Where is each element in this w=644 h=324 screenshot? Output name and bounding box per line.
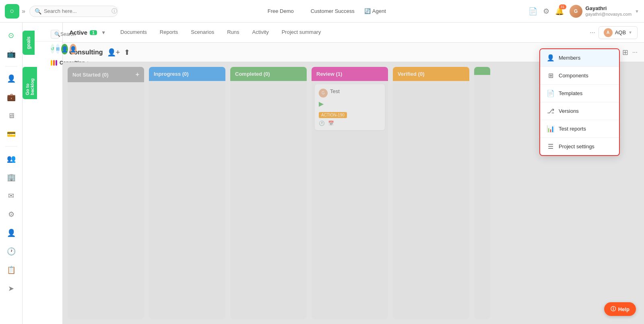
upload-icon[interactable]: ⬆ [124, 48, 130, 57]
filter-board-icon[interactable]: ⊞ [622, 48, 628, 57]
sidebar-item-home[interactable]: ⊙ [3, 27, 19, 44]
user-name: Gayathri [586, 5, 632, 12]
filter-btn[interactable]: ⊞ [56, 44, 60, 54]
free-demo-button[interactable]: Free Demo [260, 6, 301, 17]
user-avatar-filter[interactable]: 👤 [61, 44, 68, 54]
more-options-icon[interactable]: ··· [590, 29, 595, 36]
search-icon: 🔍 [35, 8, 41, 15]
menu-item-components[interactable]: ⊞ Components [540, 67, 619, 84]
sidebar-item-card[interactable]: 💳 [3, 126, 19, 142]
aqb-label: AQB [615, 29, 626, 35]
navbar-center: Free Demo Customer Success 🔄 Agent [118, 6, 528, 17]
search-input[interactable] [44, 8, 108, 14]
search-bar[interactable]: 🔍 ⓘ [29, 6, 118, 17]
board-more-icon[interactable]: ··· [632, 49, 638, 56]
settings-icon[interactable]: ⚙ [543, 7, 549, 16]
menu-item-versions[interactable]: ⎇ Versions [540, 102, 619, 120]
agent-link[interactable]: 🔄 Agent [364, 8, 386, 14]
tab-reports[interactable]: Reports [153, 23, 185, 42]
add-card-not-started[interactable]: + [136, 71, 139, 78]
sidebar-search-box[interactable]: 🔍 [51, 30, 59, 39]
col-header-review: Review (1) [312, 67, 388, 81]
components-label: Components [559, 73, 588, 79]
goals-tab[interactable]: goals [23, 31, 35, 55]
customer-success-link[interactable]: Customer Success [311, 8, 355, 14]
active-dropdown-arrow[interactable]: ▼ [101, 30, 106, 35]
menu-item-project-settings[interactable]: ☰ Project settings [540, 138, 619, 155]
expand-icon[interactable]: » [22, 8, 25, 15]
sidebar-item-team[interactable]: 👥 [3, 151, 19, 167]
templates-label: Templates [559, 90, 582, 96]
sidebar-item-tv[interactable]: 📺 [3, 46, 19, 62]
navbar-right: 📄 ⚙ 🔔 31 G Gayathri gayathri@novasys.com… [528, 5, 639, 18]
sub-sidebar: goals Go to backlog 🔍 ↺ ⊞ 👤 👤 [23, 23, 63, 324]
user-menu[interactable]: G Gayathri gayathri@novasys.com ▼ [570, 5, 639, 18]
sidebar-item-person-settings[interactable]: 👤 [3, 225, 19, 241]
col-body-review: G Test ▶ ACTION-190 🕐 📅 [312, 81, 388, 319]
col-label-review: Review (1) [316, 71, 342, 77]
bar2 [53, 60, 55, 66]
members-icon: 👤 [547, 54, 555, 62]
menu-item-test-reports[interactable]: 📊 Test reports [540, 120, 619, 137]
card-footer: 🕐 📅 [319, 120, 381, 126]
filter-buttons: ↺ ⊞ 👤 👤 [35, 42, 62, 57]
navbar: ○ » 🔍 ⓘ Free Demo Customer Success 🔄 Age… [0, 0, 644, 23]
tab-documents[interactable]: Documents [114, 23, 153, 42]
sidebar-search-area: 🔍 [35, 26, 62, 42]
sidebar-item-clock[interactable]: 🕐 [3, 243, 19, 260]
review-card[interactable]: G Test ▶ ACTION-190 🕐 📅 [315, 84, 385, 130]
backlog-tab[interactable]: Go to backlog [23, 67, 37, 99]
sidebar-item-gear[interactable]: ⚙ [3, 206, 19, 222]
notification-icon[interactable]: 🔔 31 [555, 7, 564, 16]
sidebar-item-briefcase[interactable]: 💼 [3, 89, 19, 105]
project-settings-icon: ☰ [547, 143, 555, 150]
sidebar-item-org[interactable]: 🏢 [3, 169, 19, 185]
dropdown-menu: 👤 Members ⊞ Components 📄 Templates ⎇ Ver… [539, 48, 620, 156]
col-label-not-started: Not Started (0) [72, 72, 109, 78]
members-label: Members [559, 55, 580, 61]
add-member-icon[interactable]: 👤+ [107, 48, 120, 57]
col-header-not-started: Not Started (0) + [68, 67, 144, 82]
tab-activity[interactable]: Activity [246, 23, 275, 42]
col-header-completed: Completed (0) [230, 67, 307, 81]
column-extra [474, 67, 490, 319]
sidebar-item-mail[interactable]: ✉ [3, 188, 19, 204]
document-icon[interactable]: 📄 [528, 7, 537, 16]
tab-runs[interactable]: Runs [221, 23, 246, 42]
sidebar-item-monitor[interactable]: 🖥 [3, 108, 19, 124]
project-item-consulting[interactable]: Consulting ▶ [35, 57, 62, 69]
user-avatar-filter2[interactable]: 👤 [70, 44, 76, 54]
info-icon[interactable]: ⓘ [111, 8, 117, 15]
tab-scenarios[interactable]: Scenarios [184, 23, 221, 42]
col-label-completed: Completed (0) [235, 71, 270, 77]
col-body-verified [393, 81, 469, 319]
sidebar-item-user[interactable]: 👤 [3, 71, 19, 87]
column-completed: Completed (0) [230, 67, 307, 319]
avatar: G [570, 5, 582, 18]
refresh-btn[interactable]: ↺ [51, 44, 54, 54]
help-label: Help [618, 306, 630, 312]
project-settings-label: Project settings [559, 143, 594, 150]
aqb-button[interactable]: A AQB ▼ [599, 26, 638, 39]
sidebar-item-send[interactable]: ➤ [3, 280, 19, 297]
tab-project-summary[interactable]: Project summary [275, 23, 328, 42]
card-avatar: G [319, 89, 328, 98]
menu-item-members[interactable]: 👤 Members [540, 49, 619, 66]
sidebar-search-input[interactable] [60, 31, 80, 37]
notification-badge: 31 [559, 4, 566, 9]
play-button[interactable]: ▶ [319, 100, 381, 108]
help-icon: ⓘ [611, 305, 616, 313]
column-inprogress: Inprogress (0) [149, 67, 225, 319]
user-email: gayathri@novasys.com [586, 12, 632, 17]
user-dropdown-arrow[interactable]: ▼ [635, 9, 639, 14]
card-tag: ACTION-190 [319, 112, 347, 118]
aqb-dropdown[interactable]: ▼ [628, 30, 632, 35]
column-review: Review (1) G Test ▶ ACTION-190 🕐 [312, 67, 388, 319]
aqb-avatar: A [604, 28, 613, 37]
calendar-icon: 📅 [328, 120, 334, 126]
menu-item-templates[interactable]: 📄 Templates [540, 85, 619, 102]
col-header-verified: Verified (0) [393, 67, 469, 81]
help-button[interactable]: ⓘ Help [604, 302, 636, 316]
sidebar-item-report[interactable]: 📋 [3, 262, 19, 278]
app-logo[interactable]: ○ [5, 4, 19, 19]
